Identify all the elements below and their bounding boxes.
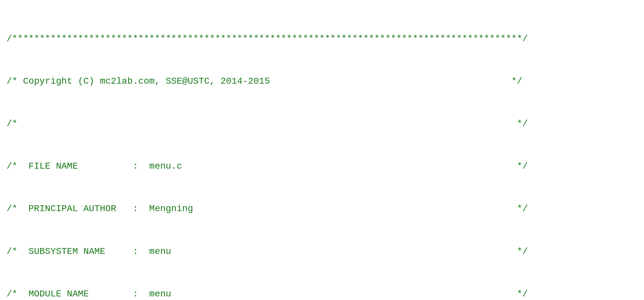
code-editor: /***************************************… (7, 3, 637, 300)
code-line-2: /* Copyright (C) mc2lab.com, SSE@USTC, 2… (7, 74, 637, 88)
code-line-4: /* FILE NAME : menu.c */ (7, 159, 637, 173)
code-line-6: /* SUBSYSTEM NAME : menu */ (7, 244, 637, 258)
code-line-3: /* */ (7, 117, 637, 131)
code-line-5: /* PRINCIPAL AUTHOR : Mengning */ (7, 202, 637, 216)
code-line-7: /* MODULE NAME : menu */ (7, 287, 637, 300)
code-line-1: /***************************************… (7, 32, 637, 46)
